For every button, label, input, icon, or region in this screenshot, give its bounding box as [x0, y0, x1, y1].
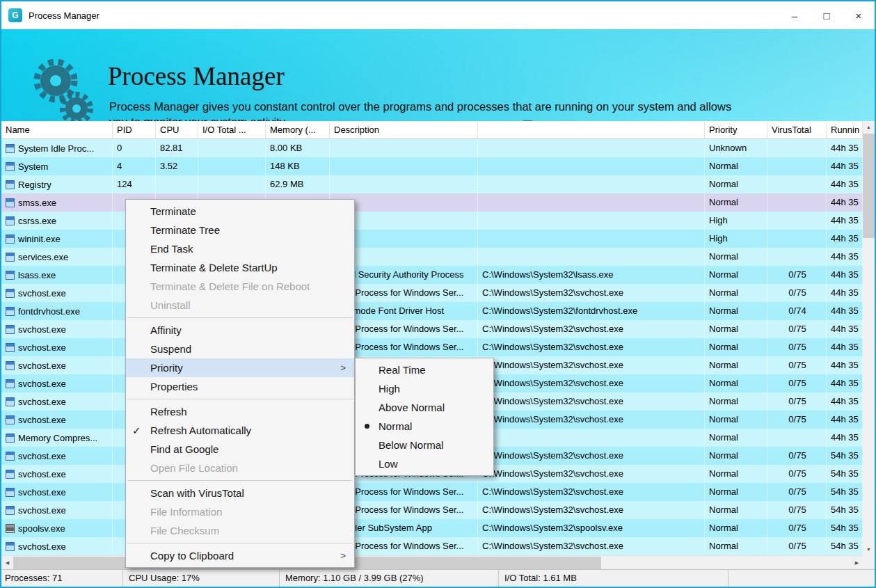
menu-item-priority[interactable]: Priority>: [126, 358, 354, 377]
scroll-right-icon[interactable]: ▶: [851, 556, 863, 570]
running-cell: 44h 35: [827, 230, 863, 248]
process-icon: [6, 325, 15, 334]
column-header-memory[interactable]: Memory (...: [266, 121, 330, 138]
menu-item-refresh[interactable]: Refresh: [126, 402, 354, 421]
table-row[interactable]: System43.52148 KBNormal44h 35: [1, 157, 863, 175]
process-icon: [6, 162, 15, 171]
menu-item-label: Terminate Tree: [150, 224, 220, 236]
running-cell: 54h 35: [827, 501, 863, 519]
path-cell: C:\Windows\System32\spoolsv.exe: [478, 519, 705, 537]
process-icon: [6, 289, 15, 298]
process-icon: [6, 542, 15, 551]
menu-item-normal[interactable]: Normal: [356, 417, 493, 436]
path-cell: [478, 212, 705, 230]
scroll-down-icon[interactable]: ▼: [863, 543, 875, 555]
path-cell: C:\Windows\System32\fontdrvhost.exe: [478, 302, 705, 320]
process-name: svchost.exe: [18, 415, 66, 425]
menu-item-refresh-automatically[interactable]: ✓Refresh Automatically: [126, 421, 354, 440]
column-header-io[interactable]: I/O Total ...: [198, 121, 266, 138]
submenu-arrow-icon: >: [340, 363, 346, 373]
status-io-total: I/O Total: 1.61 MB: [499, 570, 728, 587]
maximize-button[interactable]: □: [811, 1, 843, 29]
virustotal-cell: 0/75: [767, 374, 827, 392]
priority-cell: Normal: [705, 483, 767, 501]
menu-item-suspend[interactable]: Suspend: [126, 340, 354, 358]
process-table: NamePIDCPUI/O Total ...Memory (...Descri…: [1, 121, 875, 569]
virustotal-cell: 0/75: [767, 356, 827, 374]
menu-item-below-normal[interactable]: Below Normal: [356, 436, 493, 454]
menu-item-label: Terminate & Delete StartUp: [150, 262, 278, 273]
process-name: lsass.exe: [18, 270, 56, 280]
menu-item-high[interactable]: High: [356, 379, 493, 398]
vertical-scrollbar-thumb[interactable]: [863, 134, 875, 238]
process-name: svchost.exe: [18, 505, 66, 516]
path-cell: C:\Windows\System32\svchost.exe: [478, 501, 705, 519]
column-header-path[interactable]: [478, 121, 705, 138]
menu-item-copy-to-clipboard[interactable]: Copy to Clipboard>: [126, 546, 354, 565]
name-cell: lsass.exe: [1, 266, 113, 284]
priority-cell: Normal: [705, 266, 767, 284]
running-cell: 54h 35: [827, 465, 863, 483]
menu-item-affinity[interactable]: Affinity: [126, 321, 354, 340]
close-button[interactable]: ×: [843, 1, 875, 29]
scroll-left-icon[interactable]: ◀: [1, 556, 13, 570]
minimize-button[interactable]: –: [779, 1, 811, 29]
running-cell: 44h 35: [827, 374, 863, 392]
process-icon: [6, 343, 15, 352]
running-cell: 44h 35: [827, 338, 863, 356]
column-header-cpu[interactable]: CPU: [156, 121, 198, 138]
column-header-pid[interactable]: PID: [113, 121, 156, 138]
priority-cell: High: [705, 230, 767, 248]
name-cell: services.exe: [1, 248, 113, 266]
banner-description-line2: you to monitor your system activity.: [109, 114, 731, 121]
menu-item-scan-with-virustotal[interactable]: Scan with VirusTotal: [126, 484, 354, 502]
scroll-up-icon[interactable]: ▲: [863, 121, 875, 133]
path-cell: [478, 139, 705, 157]
running-cell: 54h 35: [827, 519, 863, 537]
submenu-arrow-icon: >: [340, 550, 346, 561]
menu-item-low[interactable]: Low: [356, 454, 493, 473]
table-row[interactable]: Registry12462.9 MBNormal44h 35: [1, 175, 863, 193]
menu-item-end-task[interactable]: End Task: [126, 239, 354, 258]
process-icon: [6, 361, 15, 370]
process-name: svchost.exe: [18, 379, 66, 389]
description-cell: [330, 175, 478, 193]
column-header-virustotal[interactable]: VirusTotal: [767, 121, 827, 138]
menu-item-real-time[interactable]: Real Time: [356, 360, 493, 379]
virustotal-cell: 0/75: [767, 411, 827, 429]
menu-item-above-normal[interactable]: Above Normal: [356, 398, 493, 417]
running-cell: 54h 35: [827, 447, 863, 465]
menu-item-find-at-google[interactable]: Find at Google: [126, 440, 354, 459]
menu-item-terminate-delete-startup[interactable]: Terminate & Delete StartUp: [126, 258, 354, 277]
path-cell: C:\Windows\System32\svchost.exe: [478, 411, 705, 429]
menu-item-label: File Information: [150, 506, 222, 518]
menu-item-label: File Checksum: [150, 525, 219, 537]
status-cpu-usage: CPU Usage: 17%: [123, 570, 280, 587]
column-header-running[interactable]: Runnin: [827, 121, 863, 138]
process-icon: [6, 434, 15, 443]
path-cell: C:\Windows\System32\svchost.exe: [478, 537, 705, 555]
process-name: svchost.exe: [18, 324, 66, 335]
table-row[interactable]: System Idle Proc...082.818.00 KBUnknown4…: [1, 139, 863, 157]
process-icon: [6, 470, 15, 479]
running-cell: 44h 35: [827, 284, 863, 302]
column-header-name[interactable]: Name: [1, 121, 113, 138]
priority-cell: Normal: [705, 320, 767, 338]
menu-item-terminate[interactable]: Terminate: [126, 202, 354, 221]
virustotal-cell: 0/74: [767, 302, 827, 320]
running-cell: 44h 35: [827, 248, 863, 266]
priority-cell: Normal: [705, 193, 767, 212]
window-controls: – □ ×: [779, 1, 875, 29]
status-processes: Processes: 71: [1, 570, 123, 587]
menu-item-properties[interactable]: Properties: [126, 377, 354, 396]
column-header-priority[interactable]: Priority: [705, 121, 767, 138]
name-cell: smss.exe: [1, 193, 113, 212]
path-cell: C:\Windows\System32\svchost.exe: [478, 374, 705, 392]
column-header-description[interactable]: Description: [330, 121, 478, 138]
menu-item-terminate-tree[interactable]: Terminate Tree: [126, 221, 354, 239]
path-cell: C:\Windows\System32\svchost.exe: [478, 392, 705, 411]
priority-cell: Normal: [705, 284, 767, 302]
running-cell: 44h 35: [827, 429, 863, 447]
vertical-scrollbar[interactable]: ▲ ▼: [863, 121, 875, 555]
process-name: svchost.exe: [18, 288, 66, 299]
